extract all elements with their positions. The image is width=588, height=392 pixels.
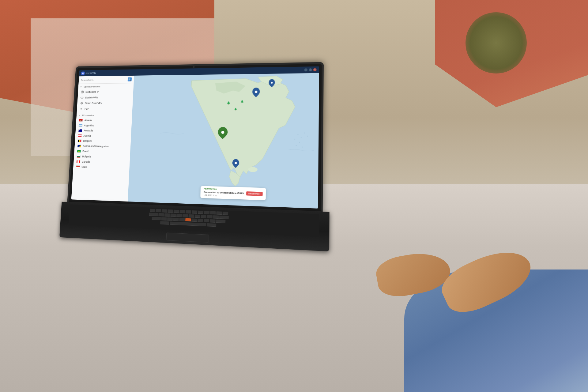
key[interactable] <box>207 215 213 218</box>
double-vpn-label: Double VPN <box>85 96 98 99</box>
austria-label: Austria <box>83 134 91 137</box>
nordvpn-logo-icon: N <box>81 72 85 75</box>
key[interactable] <box>201 215 206 218</box>
svg-text:🌲: 🌲 <box>234 107 237 111</box>
key[interactable] <box>176 214 182 217</box>
argentina-flag <box>78 124 82 127</box>
sidebar-item-australia[interactable]: Australia <box>75 128 131 134</box>
laptop-screen: N NordVPN ─ □ ✕ <box>71 66 319 209</box>
australia-label: Australia <box>84 129 93 132</box>
key[interactable] <box>216 211 222 215</box>
onion-vpn-label: Onion Over VPN <box>85 102 102 104</box>
key[interactable] <box>156 209 161 212</box>
key[interactable] <box>179 218 185 221</box>
key[interactable] <box>152 217 161 220</box>
sidebar-item-austria[interactable]: Austria <box>75 133 131 139</box>
titlebar-title: N NordVPN <box>81 71 96 75</box>
key[interactable] <box>164 213 170 217</box>
chile-flag <box>76 165 80 168</box>
key[interactable] <box>210 211 216 214</box>
trackpad[interactable] <box>166 232 209 243</box>
vpn-app: N NordVPN ─ □ ✕ <box>71 66 319 209</box>
dedicated-ip-label: Dedicated IP <box>85 90 99 93</box>
connection-banner: PROTECTED Connected to United States #53… <box>200 186 266 200</box>
key[interactable] <box>168 209 173 213</box>
key[interactable] <box>223 212 228 215</box>
sidebar-item-double-vpn[interactable]: Double VPN <box>77 94 133 100</box>
key[interactable] <box>149 213 158 216</box>
belgium-flag <box>77 139 81 142</box>
svg-text:🌲: 🌲 <box>227 101 231 105</box>
sidebar-item-onion-vpn[interactable]: Onion Over VPN <box>77 100 133 106</box>
svg-point-5 <box>81 103 82 104</box>
sidebar-item-albania[interactable]: 🦅 Albania <box>76 118 132 123</box>
laptop: N NordVPN ─ □ ✕ <box>63 62 343 287</box>
dedicated-ip-icon <box>81 90 84 94</box>
key[interactable] <box>219 216 229 219</box>
key[interactable] <box>183 214 188 217</box>
belgium-label: Belgium <box>83 139 92 142</box>
key[interactable] <box>161 217 167 221</box>
search-input[interactable] <box>81 78 127 81</box>
key[interactable] <box>162 209 167 213</box>
sidebar-item-dedicated-ip[interactable]: Dedicated IP <box>78 89 133 95</box>
key[interactable] <box>174 210 179 213</box>
australia-flag <box>78 129 82 132</box>
key[interactable] <box>194 215 200 218</box>
key[interactable] <box>198 211 203 214</box>
chile-label: Chile <box>81 165 87 168</box>
titlebar-controls: ─ □ ✕ <box>304 68 316 72</box>
albania-label: Albania <box>84 119 92 122</box>
maximize-button[interactable]: □ <box>309 68 312 71</box>
key[interactable] <box>160 221 169 224</box>
key[interactable] <box>213 215 219 219</box>
map-area: 🌲 🌲 🌲 <box>128 73 319 209</box>
onion-vpn-icon <box>80 102 83 105</box>
app-body: 🔍 ▾ Specialty servers <box>71 73 319 209</box>
sidebar-item-p2p[interactable]: P2P <box>77 106 133 112</box>
key[interactable] <box>167 217 173 221</box>
key[interactable] <box>198 219 203 222</box>
disconnect-button[interactable]: Disconnect <box>246 191 263 196</box>
specialty-servers-label: Specialty servers <box>84 85 100 88</box>
server-ip: 104.4112.316 <box>203 194 243 198</box>
all-countries-header[interactable]: ▾ All countries <box>76 113 132 118</box>
search-box[interactable]: 🔍 <box>78 76 134 84</box>
spacebar-key[interactable] <box>170 222 206 227</box>
key[interactable] <box>170 213 176 217</box>
key[interactable] <box>204 219 209 222</box>
key[interactable] <box>204 211 209 214</box>
key[interactable] <box>158 213 164 217</box>
key[interactable] <box>179 210 185 213</box>
sidebar-item-argentina[interactable]: Argentina <box>76 123 132 128</box>
search-icon[interactable]: 🔍 <box>128 77 132 81</box>
countries-section: ▾ All countries 🦅 Albania <box>73 112 132 172</box>
key[interactable] <box>210 219 216 223</box>
key[interactable] <box>191 218 197 222</box>
svg-text:🌲: 🌲 <box>240 100 244 103</box>
albania-flag: 🦅 <box>79 119 83 122</box>
specialty-servers-header[interactable]: ▾ Specialty servers <box>78 84 134 89</box>
key[interactable] <box>207 223 217 227</box>
brazil-label: Brazil <box>82 150 89 153</box>
key[interactable] <box>150 209 155 212</box>
bulgaria-flag <box>77 155 81 158</box>
p2p-icon <box>80 107 83 111</box>
close-button[interactable]: ✕ <box>313 68 317 71</box>
key[interactable] <box>173 218 179 221</box>
key[interactable] <box>186 210 191 213</box>
connection-status: PROTECTED Connected to United States #53… <box>203 188 244 198</box>
svg-point-4 <box>81 102 83 104</box>
canada-flag <box>76 160 80 163</box>
bosnia-label: Bosnia and Herzegovina <box>83 145 109 148</box>
svg-point-1 <box>82 91 83 92</box>
sidebar-item-chile[interactable]: Chile <box>73 164 130 171</box>
key[interactable] <box>189 214 194 218</box>
key[interactable] <box>192 210 197 214</box>
chevron-down-icon: ▾ <box>81 86 82 88</box>
webcam <box>193 66 195 68</box>
trackpoint-key[interactable] <box>185 218 191 222</box>
minimize-button[interactable]: ─ <box>304 68 307 71</box>
specialty-section: ▾ Specialty servers Dedicated IP <box>77 83 134 112</box>
key[interactable] <box>216 220 225 223</box>
